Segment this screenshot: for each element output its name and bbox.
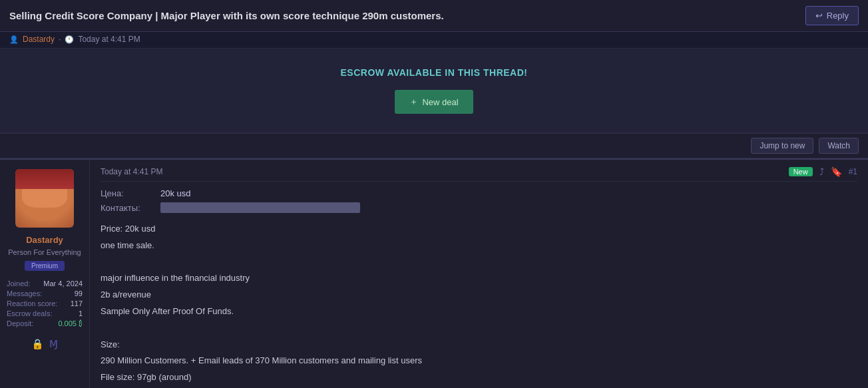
watch-button[interactable]: Watch [819,138,859,154]
share-icon[interactable]: ⤴ [819,166,824,177]
user-sidebar: Dastardy Person For Everything Premium J… [0,160,90,388]
price-body-line: Price: 20k usd [101,222,857,236]
stat-messages-value: 99 [75,290,83,297]
spacer2 [101,321,857,335]
customers-line: 290 Million Customers. + Email leads of … [101,354,857,368]
stat-messages-label: Messages: [7,290,42,297]
stat-joined-value: Mar 4, 2024 [43,280,83,288]
post-content: Today at 4:41 PM New ⤴ 🔖 #1 Цена: 20k us… [90,160,868,388]
header-bar: Selling Credit Score Company | Major Pla… [0,0,868,32]
file-size-line: File size: 97gb (around) [101,371,857,385]
clock-icon: 🕐 [65,35,74,44]
lock-icon: 🔒 [31,338,44,350]
page-title: Selling Credit Score Company | Major Pla… [9,10,805,21]
author-icon: 👤 [9,35,19,44]
price-value: 20k usd [160,188,191,198]
stat-deposit-label: Deposit: [7,319,33,327]
stat-deposit-value: 0.005 ₿ [58,319,83,327]
price-label: Цена: [101,188,160,198]
user-stats: Joined: Mar 4, 2024 Messages: 99 Reactio… [7,280,83,329]
revenue-line: 2b a/revenue [101,288,857,302]
contacts-label: Контакты: [101,203,160,213]
new-deal-icon: ＋ [409,96,418,108]
stat-messages: Messages: 99 [7,290,83,297]
monero-icon: Ɱ [49,338,58,350]
thread-controls: Jump to new Watch [0,134,868,158]
stat-escrow-value: 1 [79,309,83,317]
avatar [15,169,74,228]
premium-badge: Premium [25,261,65,271]
post-wrapper: Dastardy Person For Everything Premium J… [0,158,868,388]
contacts-field: Контакты: [101,202,857,213]
bookmark-icon[interactable]: 🔖 [831,166,842,177]
stat-deposit: Deposit: 0.005 ₿ [7,319,83,327]
username[interactable]: Dastardy [26,235,63,245]
stat-reaction: Reaction score: 117 [7,299,83,307]
post-timestamp-row: Today at 4:41 PM New ⤴ 🔖 #1 [101,166,857,182]
post-body: Price: 20k usd one time sale. major infl… [101,222,857,385]
sale-line: one time sale. [101,239,857,253]
new-badge: New [789,167,813,176]
user-icon-row: 🔒 Ɱ [31,338,58,350]
stat-joined-label: Joined: [7,280,30,288]
sample-line: Sample Only After Proof Of Funds. [101,305,857,319]
escrow-section: ESCROW AVAILABLE IN THIS THREAD! ＋ New d… [0,49,868,134]
stat-reaction-value: 117 [71,299,83,307]
price-field: Цена: 20k usd [101,188,857,198]
separator: · [59,35,61,44]
stat-reaction-label: Reaction score: [7,299,57,307]
user-title: Person For Everything [8,248,81,256]
contacts-value-blurred [160,202,360,213]
new-deal-button[interactable]: ＋ New deal [395,90,473,114]
post-actions: New ⤴ 🔖 #1 [789,166,857,177]
reply-icon: ↩ [815,11,823,21]
size-header: Size: [101,338,857,352]
stat-escrow: Escrow deals: 1 [7,309,83,317]
stat-escrow-label: Escrow deals: [7,309,52,317]
post-number: #1 [849,167,857,176]
industry-line: major influence in the financial industr… [101,272,857,286]
reply-button[interactable]: ↩ Reply [805,6,859,25]
escrow-title: ESCROW AVAILABLE IN THIS THREAD! [9,67,859,78]
avatar-image [15,169,74,228]
post-meta-timestamp: Today at 4:41 PM [78,35,140,44]
stat-joined: Joined: Mar 4, 2024 [7,280,83,288]
author-name[interactable]: Dastardy [23,35,55,44]
jump-to-new-button[interactable]: Jump to new [751,138,813,154]
spacer1 [101,256,857,270]
post-timestamp: Today at 4:41 PM [101,167,162,176]
post-meta: 👤 Dastardy · 🕐 Today at 4:41 PM [0,32,868,49]
